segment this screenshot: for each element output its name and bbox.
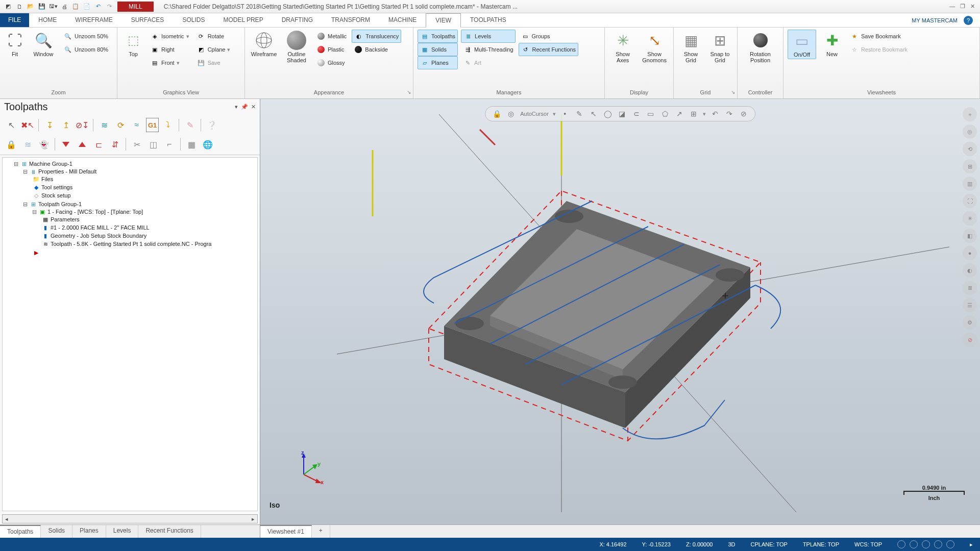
graphics-viewport[interactable]: ＋ 🔒 ◎ AutoCursor ▾ • ✎ ↖ ◯ ◪ ⊂ ▭ ⬠ ↗ ⊞ ▾… bbox=[260, 99, 980, 524]
restore-bookmark-button[interactable]: ☆Restore Bookmark bbox=[848, 43, 910, 56]
regen-ops-icon[interactable]: ≋ bbox=[97, 118, 111, 132]
lock-icon[interactable]: 🔒 bbox=[4, 137, 18, 152]
tab-view[interactable]: VIEW bbox=[426, 13, 461, 28]
dock-wire-icon[interactable]: ⊞ bbox=[963, 159, 977, 173]
tree-geometry[interactable]: Geometry - Job Setup Stock Boundary bbox=[51, 233, 146, 239]
tab-modelprep[interactable]: MODEL PREP bbox=[214, 13, 272, 27]
tab-surfaces[interactable]: SURFACES bbox=[122, 13, 174, 27]
tree-toolpath-group[interactable]: Toolpath Group-1 bbox=[38, 201, 82, 207]
restore-icon[interactable]: ❐ bbox=[960, 3, 965, 10]
levels-manager-toggle[interactable]: ≣Levels bbox=[461, 30, 515, 43]
tree-files[interactable]: Files bbox=[41, 176, 53, 182]
backside-toggle[interactable]: Backside bbox=[352, 43, 401, 56]
undo-select-icon[interactable]: ↶ bbox=[710, 109, 720, 119]
panel-close-icon[interactable]: ✕ bbox=[251, 104, 256, 110]
tab-transform[interactable]: TRANSFORM bbox=[322, 13, 379, 27]
btab-recent[interactable]: Recent Functions bbox=[138, 525, 201, 538]
cplane-button[interactable]: ◩Cplane▾ bbox=[194, 43, 233, 56]
viewsheet-new-button[interactable]: ✚New bbox=[819, 30, 845, 57]
all-select-icon[interactable]: ⊞ bbox=[689, 109, 699, 119]
expand-op-icon[interactable]: ⊏ bbox=[91, 137, 106, 152]
window-zoom-button[interactable]: 🔍Window bbox=[29, 30, 58, 57]
tree-parameters[interactable]: Parameters bbox=[51, 216, 80, 222]
my-mastercam-link[interactable]: MY MASTERCAM bbox=[912, 17, 958, 23]
metallic-toggle[interactable]: Metallic bbox=[314, 30, 349, 43]
ghost-icon[interactable]: 👻 bbox=[37, 137, 51, 152]
show-grid-button[interactable]: ▦Show Grid bbox=[678, 30, 704, 63]
dock-rotate-icon[interactable]: ⟲ bbox=[963, 142, 977, 156]
tree-toolpath-nc[interactable]: Toolpath - 5.8K - Getting Started Pt 1 s… bbox=[51, 241, 211, 247]
dock-layer-icon[interactable]: ☰ bbox=[963, 298, 977, 312]
feed-icon[interactable]: ⤵ bbox=[161, 118, 175, 132]
panel-dropdown-icon[interactable]: ▾ bbox=[235, 104, 238, 110]
context-tab-mill[interactable]: MILL bbox=[117, 2, 154, 12]
save-bookmark-button[interactable]: ★Save Bookmark bbox=[848, 30, 910, 43]
wireframe-mode-button[interactable]: Wireframe bbox=[249, 30, 279, 57]
lock-selection-icon[interactable]: 🔒 bbox=[492, 109, 502, 119]
status-icon-3[interactable] bbox=[922, 540, 930, 548]
paste-icon[interactable]: 📄 bbox=[82, 2, 92, 12]
tree-horizontal-scrollbar[interactable]: ◂▸ bbox=[2, 514, 258, 523]
vector-select-icon[interactable]: ↗ bbox=[674, 109, 684, 119]
rotate-view-button[interactable]: ⟳Rotate bbox=[194, 30, 233, 43]
dock-gear-icon[interactable]: ⚙ bbox=[963, 315, 977, 330]
open-icon[interactable]: 📂 bbox=[26, 2, 36, 12]
clipboard-icon[interactable]: 📋 bbox=[70, 2, 81, 12]
dock-snap-icon[interactable]: ▥ bbox=[963, 177, 977, 191]
viewsheet-onoff-button[interactable]: ▭On/Off bbox=[788, 30, 816, 59]
post-g1-icon[interactable]: G1 bbox=[146, 118, 159, 132]
glossy-toggle[interactable]: Glossy bbox=[314, 56, 349, 69]
autocursor-icon[interactable]: ◎ bbox=[506, 109, 516, 119]
tab-home[interactable]: HOME bbox=[29, 13, 66, 27]
tree-properties[interactable]: Properties - Mill Default bbox=[38, 168, 96, 174]
close-icon[interactable]: ✕ bbox=[970, 3, 975, 10]
recent-functions-toggle[interactable]: ↺Recent Functions bbox=[519, 43, 579, 56]
undo-icon[interactable]: ↶ bbox=[93, 2, 103, 12]
status-icon-1[interactable] bbox=[897, 540, 905, 548]
window-select-icon[interactable]: ▭ bbox=[646, 109, 656, 119]
tab-wireframe[interactable]: WIREFRAME bbox=[66, 13, 121, 27]
panel-pin-icon[interactable]: 📌 bbox=[241, 104, 248, 110]
print-icon[interactable]: 🖨 bbox=[59, 2, 69, 12]
translucency-toggle[interactable]: ◐Translucency bbox=[352, 30, 401, 43]
btab-solids[interactable]: Solids bbox=[41, 525, 72, 538]
arrow-select-icon[interactable]: ↖ bbox=[589, 109, 599, 119]
status-arrow-icon[interactable]: ▸ bbox=[970, 541, 973, 548]
help-icon[interactable]: ? bbox=[964, 16, 973, 25]
dock-stop-icon[interactable]: ⊘ bbox=[963, 333, 977, 347]
status-icon-4[interactable] bbox=[934, 540, 942, 548]
outline-shaded-button[interactable]: Outline Shaded bbox=[282, 30, 311, 63]
right-view-button[interactable]: ▣Right bbox=[148, 43, 191, 56]
unzoom-80-button[interactable]: 🔍Unzoom 80% bbox=[61, 43, 110, 56]
tree-tool[interactable]: #1 - 2.0000 FACE MILL - 2" FACE MILL bbox=[51, 224, 150, 231]
top-view-button[interactable]: ⬚Top bbox=[121, 30, 145, 57]
verify-icon[interactable]: ▦ bbox=[184, 137, 199, 152]
dock-shade-icon[interactable]: ● bbox=[963, 246, 977, 260]
highlight-icon[interactable]: ✎ bbox=[183, 118, 197, 132]
dock-view-icon[interactable]: ◧ bbox=[963, 229, 977, 243]
chain-icon[interactable]: ⊂ bbox=[631, 109, 642, 119]
dock-level-icon[interactable]: ≣ bbox=[963, 281, 977, 295]
saveas-icon[interactable]: 🖫▾ bbox=[48, 2, 58, 12]
end-select-icon[interactable]: ⊘ bbox=[739, 109, 749, 119]
regen-dirty-icon[interactable]: ⟳ bbox=[113, 118, 128, 132]
tab-machine[interactable]: MACHINE bbox=[379, 13, 426, 27]
groups-manager-toggle[interactable]: ▭Groups bbox=[519, 30, 579, 43]
path-display-icon[interactable]: ⌐ bbox=[162, 137, 177, 152]
rotation-position-button[interactable]: Rotation Position bbox=[742, 30, 779, 63]
insert-arrow-down-icon[interactable]: ↧ bbox=[42, 118, 57, 132]
planes-manager-toggle[interactable]: ▱Planes bbox=[418, 56, 458, 69]
play-marker-icon[interactable]: ▶ bbox=[32, 249, 40, 256]
status-icon-5[interactable] bbox=[946, 540, 954, 548]
tab-file[interactable]: FILE bbox=[0, 13, 29, 27]
fit-button[interactable]: ⛶Fit bbox=[4, 30, 26, 57]
simulate-icon[interactable]: 🌐 bbox=[201, 137, 215, 152]
deselect-icon[interactable]: ✖↖ bbox=[20, 118, 35, 132]
minimize-icon[interactable]: — bbox=[949, 3, 955, 10]
point-icon[interactable]: • bbox=[560, 109, 570, 119]
status-wcs[interactable]: WCS: TOP bbox=[854, 541, 882, 547]
tab-drafting[interactable]: DRAFTING bbox=[273, 13, 322, 27]
select-icon[interactable]: ↖ bbox=[4, 118, 18, 132]
tab-solids[interactable]: SOLIDS bbox=[173, 13, 214, 27]
multithreading-toggle[interactable]: ⇶Multi-Threading bbox=[461, 43, 515, 56]
